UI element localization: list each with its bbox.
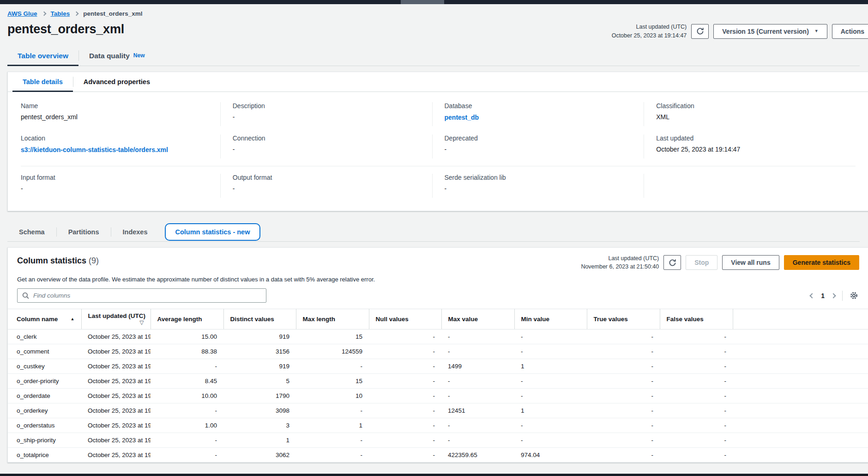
cell-true-values: -: [587, 374, 660, 389]
table-row: o_ship-priorityOctober 25, 2023 at 19:14…: [8, 433, 868, 448]
field-label: Description: [233, 102, 420, 110]
cell-false-values: -: [660, 448, 733, 463]
cell-last-updated-utc: October 25, 2023 at 19:14:: [81, 403, 151, 418]
cell-last-updated-utc: October 25, 2023 at 19:14:: [81, 433, 151, 448]
column-header-label: Distinct values: [230, 316, 274, 323]
field-row: Locations3://kietduon-column-statistics-…: [21, 134, 856, 159]
column-header-label: Max value: [448, 316, 478, 323]
cell-max-value: -: [441, 389, 514, 403]
sort-ascending-icon[interactable]: ▲: [71, 317, 75, 321]
actions-dropdown[interactable]: Actions ▼: [832, 24, 868, 39]
cell-max-length: 15: [296, 330, 369, 344]
settings-button[interactable]: [850, 291, 858, 300]
cell-average-length: -: [151, 403, 223, 418]
field-description: Description-: [220, 102, 432, 126]
column-header-last-updated-utc[interactable]: Last updated (UTC)▽: [81, 309, 151, 330]
cell-distinct-values: 3098: [223, 403, 296, 418]
column-header-min-value[interactable]: Min value: [514, 309, 587, 330]
cell-average-length: 1.00: [151, 418, 223, 433]
field-value: pentest_orders_xml: [21, 113, 208, 121]
previous-page-icon[interactable]: [810, 293, 815, 298]
table-toolbar: 1: [8, 283, 868, 309]
tab-data-quality[interactable]: Data quality New: [79, 49, 155, 66]
field-row: Input format-Output format-Serde seriali…: [21, 174, 856, 198]
next-page-icon[interactable]: [831, 293, 836, 298]
cell-column-name: o_comment: [8, 344, 81, 359]
refresh-button[interactable]: [691, 24, 709, 39]
page-header: pentest_orders_xml Last updated (UTC) Oc…: [7, 22, 868, 40]
field-value-link[interactable]: s3://kietduon-column-statistics-table/or…: [21, 146, 168, 153]
tab-advanced-properties[interactable]: Advanced properties: [73, 72, 160, 92]
field-value-link[interactable]: pentest_db: [445, 114, 479, 121]
view-all-runs-button[interactable]: View all runs: [722, 255, 779, 270]
column-header-average-length[interactable]: Average length: [151, 309, 223, 330]
cell-average-length: 88.38: [151, 344, 223, 359]
field-deprecated: Deprecated-: [432, 134, 644, 159]
cell-null-values: -: [369, 330, 441, 344]
tab-table-overview[interactable]: Table overview: [7, 49, 78, 66]
cell-true-values: -: [587, 403, 660, 418]
cell-last-updated-utc: October 25, 2023 at 19:14:: [81, 330, 151, 344]
table-header-row: Column name▲Last updated (UTC)▽Average l…: [8, 309, 868, 330]
stats-refresh-button[interactable]: [663, 255, 681, 270]
field-connection: Connection-: [220, 134, 432, 159]
search-input[interactable]: [33, 292, 261, 299]
tab-column-statistics-new[interactable]: Column statistics - new: [165, 223, 261, 241]
panel-title-text: Column statistics: [17, 256, 86, 265]
tab-schema[interactable]: Schema: [7, 222, 56, 242]
header-actions: Last updated (UTC) October 25, 2023 at 1…: [612, 23, 868, 40]
column-header-label: Min value: [521, 316, 550, 323]
table-row: o_totalpriceOctober 25, 2023 at 19:14:-3…: [8, 448, 868, 463]
field-label: Output format: [233, 174, 420, 181]
stop-button[interactable]: Stop: [686, 255, 717, 270]
column-header-null-values[interactable]: Null values: [369, 309, 441, 330]
tab-partitions[interactable]: Partitions: [57, 222, 111, 242]
section-tabs: SchemaPartitionsIndexesColumn statistics…: [7, 222, 860, 242]
filter-icon[interactable]: ▽: [139, 319, 144, 326]
cell-min-value: -: [514, 374, 587, 389]
generate-statistics-button[interactable]: Generate statistics: [784, 255, 859, 270]
column-header-column-name[interactable]: Column name▲: [8, 309, 81, 330]
cell-true-values: -: [587, 389, 660, 403]
pagination: 1: [810, 291, 858, 301]
cell-min-value: -: [514, 418, 587, 433]
cell-max-value: 1499: [441, 359, 514, 374]
version-dropdown[interactable]: Version 15 (Current version) ▼: [713, 24, 827, 39]
cell-column-name: o_orderkey: [8, 403, 81, 418]
cell-last-updated-utc: October 25, 2023 at 19:14:: [81, 448, 151, 463]
tab-table-details[interactable]: Table details: [12, 72, 73, 92]
table-row: o_clerkOctober 25, 2023 at 19:14:15.0091…: [8, 330, 868, 344]
cell-column-name: o_totalprice: [8, 448, 81, 463]
pager-divider: [842, 291, 843, 301]
last-updated-label: Last updated (UTC): [612, 23, 687, 31]
stats-last-updated-value: November 6, 2023 at 21:50:40: [581, 262, 659, 271]
cell-distinct-values: 919: [223, 330, 296, 344]
column-header-distinct-values[interactable]: Distinct values: [223, 309, 296, 330]
column-header-max-value[interactable]: Max value: [441, 309, 514, 330]
cell-average-length: 8.45: [151, 374, 223, 389]
field-value: -: [21, 185, 208, 192]
column-header-max-length[interactable]: Max length: [296, 309, 369, 330]
column-header-false-values[interactable]: False values: [660, 309, 733, 330]
chevron-right-icon: [42, 12, 46, 16]
stats-last-updated-block: Last updated (UTC) November 6, 2023 at 2…: [581, 254, 659, 272]
breadcrumb-link-tables[interactable]: Tables: [51, 10, 70, 17]
cell-last-updated-utc: October 25, 2023 at 19:14:: [81, 374, 151, 389]
cell-false-values: -: [660, 418, 733, 433]
main-tabs: Table overview Data quality New: [7, 49, 860, 66]
table-details-card: Table details Advanced properties Namepe…: [7, 72, 868, 211]
breadcrumb: AWS Glue Tables pentest_orders_xml: [7, 10, 868, 17]
cell-filler: [733, 330, 868, 344]
cell-average-length: -: [151, 448, 223, 463]
page-number[interactable]: 1: [821, 292, 825, 299]
breadcrumb-link-aws-glue[interactable]: AWS Glue: [7, 10, 37, 17]
panel-count: (9): [89, 256, 99, 265]
cell-average-length: -: [151, 359, 223, 374]
tab-indexes[interactable]: Indexes: [111, 222, 159, 242]
table-row: o_orderdateOctober 25, 2023 at 19:14:10.…: [8, 389, 868, 403]
column-header-true-values[interactable]: True values: [587, 309, 660, 330]
cell-null-values: -: [369, 359, 441, 374]
field-label: Name: [21, 102, 208, 110]
panel-title: Column statistics (9): [17, 254, 99, 266]
field-location: Locations3://kietduon-column-statistics-…: [21, 134, 220, 159]
